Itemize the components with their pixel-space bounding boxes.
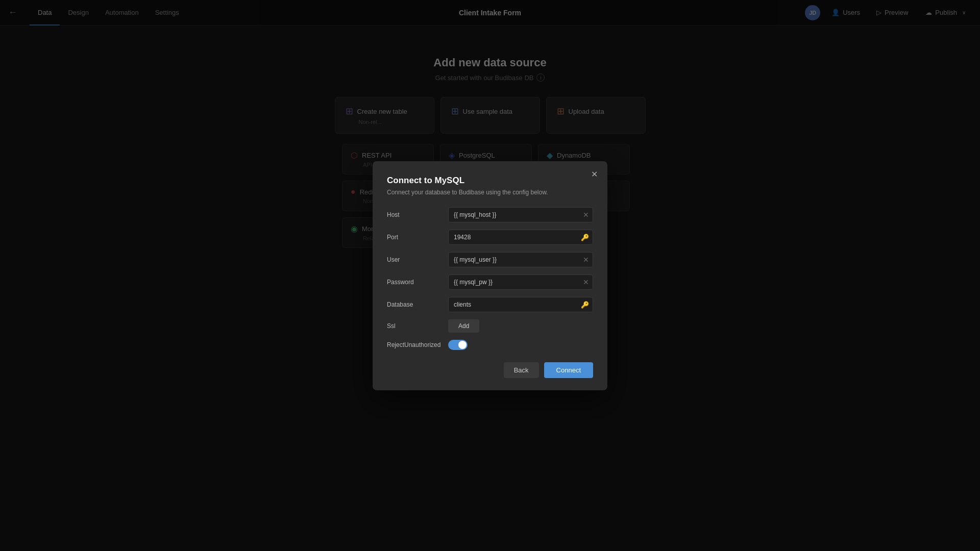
close-icon: ✕ (591, 169, 598, 179)
password-label: Password (387, 279, 443, 286)
database-label: Database (387, 301, 443, 308)
port-label: Port (387, 234, 443, 241)
modal-footer: Back Connect (387, 362, 593, 378)
database-key-icon[interactable]: 🔑 (581, 300, 589, 308)
user-input-wrap: ✕ (448, 252, 593, 267)
password-input-wrap: ✕ (448, 274, 593, 290)
toggle-track[interactable] (448, 340, 468, 350)
host-field-row: Host ✕ (387, 207, 593, 222)
connect-button[interactable]: Connect (544, 362, 593, 378)
reject-label: RejectUnauthorized (387, 341, 443, 348)
user-input[interactable] (448, 252, 593, 267)
port-key-icon[interactable]: 🔑 (581, 233, 589, 241)
reject-toggle[interactable] (448, 340, 468, 350)
user-label: User (387, 256, 443, 263)
database-field-row: Database 🔑 (387, 297, 593, 312)
host-clear-button[interactable]: ✕ (583, 211, 589, 218)
modal-close-button[interactable]: ✕ (588, 168, 600, 181)
port-field-row: Port 🔑 (387, 230, 593, 245)
port-input-wrap: 🔑 (448, 230, 593, 245)
modal-overlay: ✕ Connect to MySQL Connect your database… (0, 0, 980, 551)
back-button[interactable]: Back (504, 362, 539, 378)
host-input-wrap: ✕ (448, 207, 593, 222)
modal-title: Connect to MySQL (387, 176, 593, 186)
host-input[interactable] (448, 207, 593, 222)
database-input[interactable] (448, 297, 593, 312)
ssl-add-button[interactable]: Add (448, 319, 479, 333)
connect-mysql-modal: ✕ Connect to MySQL Connect your database… (373, 161, 607, 390)
modal-description: Connect your database to Budibase using … (387, 189, 593, 196)
database-input-wrap: 🔑 (448, 297, 593, 312)
ssl-field-row: Ssl Add (387, 319, 593, 333)
password-input[interactable] (448, 274, 593, 290)
reject-unauthorized-row: RejectUnauthorized (387, 340, 593, 350)
ssl-label: Ssl (387, 322, 443, 330)
user-field-row: User ✕ (387, 252, 593, 267)
ssl-add-wrap: Add (448, 319, 479, 333)
host-label: Host (387, 211, 443, 218)
password-field-row: Password ✕ (387, 274, 593, 290)
port-input[interactable] (448, 230, 593, 245)
password-clear-button[interactable]: ✕ (583, 279, 589, 286)
toggle-thumb (458, 341, 467, 349)
user-clear-button[interactable]: ✕ (583, 256, 589, 263)
